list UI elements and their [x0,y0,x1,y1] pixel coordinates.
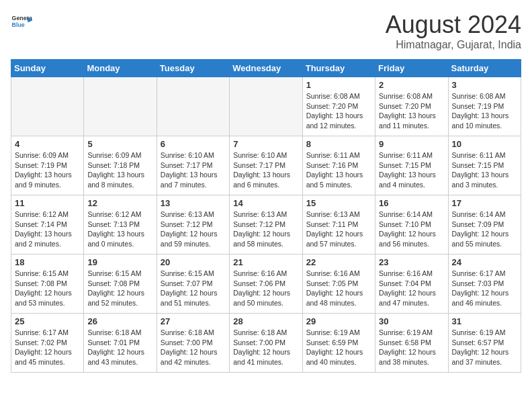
day-info: Sunrise: 6:15 AMSunset: 7:08 PMDaylight:… [87,269,152,308]
day-number: 5 [87,139,152,149]
day-cell: 11Sunrise: 6:12 AMSunset: 7:14 PMDayligh… [11,195,84,255]
calendar-header-row: SundayMondayTuesdayWednesdayThursdayFrid… [11,60,521,77]
day-cell: 1Sunrise: 6:08 AMSunset: 7:20 PMDaylight… [302,77,375,136]
day-cell: 28Sunrise: 6:18 AMSunset: 7:00 PMDayligh… [230,314,302,373]
logo: General Blue [11,11,32,32]
day-number: 29 [306,316,371,326]
day-info: Sunrise: 6:17 AMSunset: 7:02 PMDaylight:… [15,328,80,367]
day-cell: 18Sunrise: 6:15 AMSunset: 7:08 PMDayligh… [11,255,84,314]
header-thursday: Thursday [302,60,375,77]
day-number: 22 [306,257,371,267]
day-info: Sunrise: 6:13 AMSunset: 7:12 PMDaylight:… [161,210,226,249]
day-info: Sunrise: 6:12 AMSunset: 7:13 PMDaylight:… [87,210,152,249]
day-info: Sunrise: 6:14 AMSunset: 7:09 PMDaylight:… [452,210,517,249]
day-cell: 19Sunrise: 6:15 AMSunset: 7:08 PMDayligh… [84,255,157,314]
day-info: Sunrise: 6:19 AMSunset: 6:57 PMDaylight:… [452,328,517,367]
day-cell: 20Sunrise: 6:15 AMSunset: 7:07 PMDayligh… [157,255,229,314]
day-info: Sunrise: 6:09 AMSunset: 7:18 PMDaylight:… [87,150,152,190]
day-number: 20 [161,257,226,267]
svg-text:Blue: Blue [12,21,25,28]
day-number: 7 [233,139,298,149]
day-cell [230,77,302,136]
logo-icon: General Blue [11,11,32,32]
day-info: Sunrise: 6:16 AMSunset: 7:06 PMDaylight:… [233,269,298,308]
day-cell: 14Sunrise: 6:13 AMSunset: 7:12 PMDayligh… [230,195,302,255]
day-info: Sunrise: 6:11 AMSunset: 7:16 PMDaylight:… [306,150,371,190]
day-number: 11 [15,198,80,208]
day-cell: 25Sunrise: 6:17 AMSunset: 7:02 PMDayligh… [11,314,84,373]
day-cell [157,77,229,136]
day-cell: 2Sunrise: 6:08 AMSunset: 7:20 PMDaylight… [375,77,448,136]
day-info: Sunrise: 6:08 AMSunset: 7:19 PMDaylight:… [452,91,517,131]
day-number: 23 [379,257,444,267]
header-monday: Monday [84,60,157,77]
day-number: 10 [452,139,517,149]
day-info: Sunrise: 6:10 AMSunset: 7:17 PMDaylight:… [233,150,298,190]
day-info: Sunrise: 6:18 AMSunset: 7:01 PMDaylight:… [87,328,152,367]
title-block: August 2024 Himatnagar, Gujarat, India [386,11,521,51]
day-number: 25 [15,316,80,326]
day-cell: 24Sunrise: 6:17 AMSunset: 7:03 PMDayligh… [448,255,521,314]
day-info: Sunrise: 6:10 AMSunset: 7:17 PMDaylight:… [161,150,226,190]
day-info: Sunrise: 6:08 AMSunset: 7:20 PMDaylight:… [379,91,444,131]
day-info: Sunrise: 6:17 AMSunset: 7:03 PMDaylight:… [452,269,517,308]
day-number: 4 [15,139,80,149]
day-info: Sunrise: 6:16 AMSunset: 7:04 PMDaylight:… [379,269,444,308]
day-number: 19 [87,257,152,267]
day-info: Sunrise: 6:12 AMSunset: 7:14 PMDaylight:… [15,210,80,249]
week-row-3: 11Sunrise: 6:12 AMSunset: 7:14 PMDayligh… [11,195,521,255]
day-cell: 6Sunrise: 6:10 AMSunset: 7:17 PMDaylight… [157,136,229,195]
day-cell: 16Sunrise: 6:14 AMSunset: 7:10 PMDayligh… [375,195,448,255]
day-number: 18 [15,257,80,267]
day-info: Sunrise: 6:11 AMSunset: 7:15 PMDaylight:… [452,150,517,190]
day-info: Sunrise: 6:19 AMSunset: 6:59 PMDaylight:… [306,328,371,367]
day-cell: 23Sunrise: 6:16 AMSunset: 7:04 PMDayligh… [375,255,448,314]
day-number: 24 [452,257,517,267]
month-title: August 2024 [386,11,521,39]
day-info: Sunrise: 6:16 AMSunset: 7:05 PMDaylight:… [306,269,371,308]
day-cell [84,77,157,136]
day-number: 30 [379,316,444,326]
day-info: Sunrise: 6:18 AMSunset: 7:00 PMDaylight:… [161,328,226,367]
day-cell: 22Sunrise: 6:16 AMSunset: 7:05 PMDayligh… [302,255,375,314]
day-number: 26 [87,316,152,326]
day-info: Sunrise: 6:13 AMSunset: 7:12 PMDaylight:… [233,210,298,249]
day-cell: 8Sunrise: 6:11 AMSunset: 7:16 PMDaylight… [302,136,375,195]
day-cell: 4Sunrise: 6:09 AMSunset: 7:19 PMDaylight… [11,136,84,195]
day-number: 1 [306,80,371,90]
day-cell: 7Sunrise: 6:10 AMSunset: 7:17 PMDaylight… [230,136,302,195]
day-cell: 12Sunrise: 6:12 AMSunset: 7:13 PMDayligh… [84,195,157,255]
day-number: 6 [161,139,226,149]
day-cell: 10Sunrise: 6:11 AMSunset: 7:15 PMDayligh… [448,136,521,195]
day-number: 28 [233,316,298,326]
day-number: 16 [379,198,444,208]
header-saturday: Saturday [448,60,521,77]
day-number: 17 [452,198,517,208]
day-number: 31 [452,316,517,326]
day-number: 12 [87,198,152,208]
day-cell: 13Sunrise: 6:13 AMSunset: 7:12 PMDayligh… [157,195,229,255]
header-friday: Friday [375,60,448,77]
day-info: Sunrise: 6:18 AMSunset: 7:00 PMDaylight:… [233,328,298,367]
page-header: General Blue August 2024 Himatnagar, Guj… [11,11,521,51]
day-cell: 15Sunrise: 6:13 AMSunset: 7:11 PMDayligh… [302,195,375,255]
week-row-2: 4Sunrise: 6:09 AMSunset: 7:19 PMDaylight… [11,136,521,195]
day-cell: 26Sunrise: 6:18 AMSunset: 7:01 PMDayligh… [84,314,157,373]
day-number: 3 [452,80,517,90]
day-info: Sunrise: 6:13 AMSunset: 7:11 PMDaylight:… [306,210,371,249]
day-cell: 3Sunrise: 6:08 AMSunset: 7:19 PMDaylight… [448,77,521,136]
day-cell: 21Sunrise: 6:16 AMSunset: 7:06 PMDayligh… [230,255,302,314]
location-title: Himatnagar, Gujarat, India [386,39,521,51]
day-cell: 29Sunrise: 6:19 AMSunset: 6:59 PMDayligh… [302,314,375,373]
day-cell: 17Sunrise: 6:14 AMSunset: 7:09 PMDayligh… [448,195,521,255]
day-cell: 31Sunrise: 6:19 AMSunset: 6:57 PMDayligh… [448,314,521,373]
day-cell [11,77,84,136]
week-row-4: 18Sunrise: 6:15 AMSunset: 7:08 PMDayligh… [11,255,521,314]
day-info: Sunrise: 6:15 AMSunset: 7:07 PMDaylight:… [161,269,226,308]
day-info: Sunrise: 6:11 AMSunset: 7:15 PMDaylight:… [379,150,444,190]
day-info: Sunrise: 6:15 AMSunset: 7:08 PMDaylight:… [15,269,80,308]
day-number: 13 [161,198,226,208]
day-number: 15 [306,198,371,208]
day-info: Sunrise: 6:14 AMSunset: 7:10 PMDaylight:… [379,210,444,249]
day-number: 21 [233,257,298,267]
